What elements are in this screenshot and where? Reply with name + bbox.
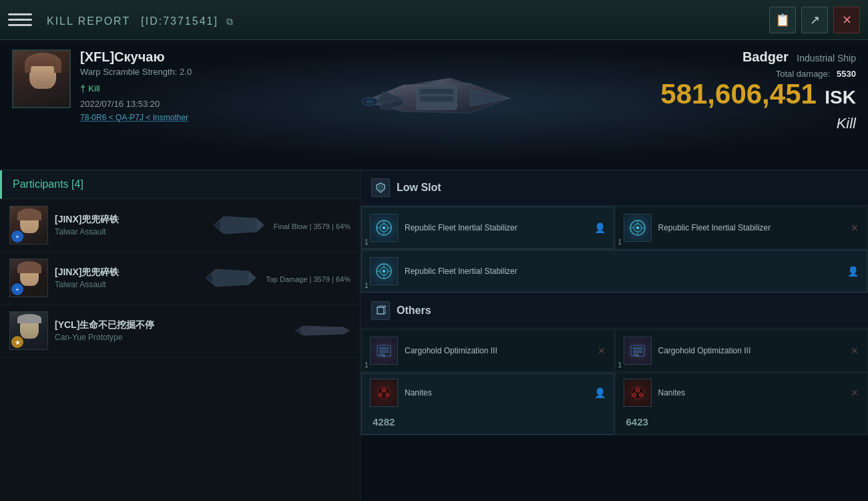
svg-rect-44: [377, 307, 384, 314]
low-slot-grid: 1 Republic Fleet Inertial Stabilizer: [361, 206, 868, 293]
svg-point-6: [366, 100, 374, 104]
fitting-item[interactable]: 1 Republic Fleet Inertial Stabilizer: [361, 206, 614, 249]
fitting-qty: 1: [365, 361, 369, 369]
participant-badge: ★: [11, 336, 23, 348]
participant-row[interactable]: + [JINX]兜兜碎铁 Talwar Assault Top Damage |: [0, 252, 360, 305]
svg-rect-4: [420, 96, 453, 102]
copy-icon[interactable]: ⧉: [226, 16, 234, 27]
others-icon: [371, 301, 390, 320]
participant-ship-svg: [294, 314, 351, 347]
participant-info: [JINX]兜兜碎铁 Talwar Assault: [55, 214, 204, 236]
nanite-qty-label: 4282: [370, 416, 395, 428]
stabilizer-icon: [624, 214, 652, 242]
svg-point-39: [383, 270, 385, 273]
fitting-item[interactable]: 1 III Cargohold Optimization III ✕: [361, 329, 614, 372]
low-slot-title: Low Slot: [397, 182, 441, 194]
fitting-item[interactable]: 1 III Cargohold Optimization III ✕: [615, 329, 868, 372]
stabilizer-icon: [370, 257, 398, 285]
nanite-svg: [628, 383, 647, 402]
stabilizer-svg: [375, 218, 393, 237]
svg-rect-51: [379, 347, 389, 349]
svg-point-63: [386, 393, 389, 397]
svg-text:III: III: [636, 354, 638, 358]
isk-row: 581,606,451 ISK: [660, 79, 856, 110]
fitting-item-nanites[interactable]: Nanites 👤 4282: [361, 373, 614, 435]
others-title: Others: [397, 305, 431, 317]
stabilizer-icon: [370, 214, 398, 242]
avatar-hair: [29, 53, 56, 66]
menu-line: [8, 19, 32, 21]
svg-point-61: [382, 388, 386, 392]
participant-ship-image: [210, 208, 267, 242]
participant-row[interactable]: + [JINX]兜兜碎铁 Talwar Assault Final Blow |: [0, 199, 360, 252]
report-button[interactable]: 📋: [769, 7, 796, 33]
ship-name-line: Badger Industrial Ship: [660, 49, 856, 65]
participant-ship: Talwar Assault: [55, 280, 196, 289]
total-damage-label: Total damage: 5530: [660, 69, 856, 79]
nanite-icon: [370, 379, 398, 407]
close-icon[interactable]: ✕: [851, 345, 859, 356]
fitting-item[interactable]: 1 Republic Fleet Inertial Stabilizer: [361, 250, 867, 293]
participant-avatar: ★: [9, 311, 48, 350]
others-grid: 1 III Cargohold Optimization III ✕: [361, 329, 868, 436]
participant-row[interactable]: ★ [YCL]生命不已挖掘不停 Can-Yue Prototype: [0, 305, 360, 357]
fitting-item-nanites[interactable]: Nanites ✕ 6423: [615, 373, 868, 435]
main-body: Participants [4] + [JINX]兜兜碎铁 Talwar Ass…: [0, 170, 868, 501]
participant-ship: Can-Yue Prototype: [55, 333, 287, 342]
menu-button[interactable]: [8, 8, 32, 32]
cargo-icon: III: [370, 337, 398, 365]
participant-name: [JINX]兜兜碎铁: [55, 214, 204, 226]
svg-marker-19: [295, 327, 300, 334]
participant-stats: Final Blow | 3579 | 64%: [274, 222, 351, 230]
isk-label: ISK: [825, 87, 856, 108]
nanite-qty-label: 6423: [624, 416, 648, 428]
victim-info: [XFL]Скучаю Warp Scramble Strength: 2.0 …: [12, 49, 212, 160]
avatar: [12, 49, 71, 108]
low-slot-header: Low Slot: [361, 170, 868, 206]
nanite-icon: [624, 379, 652, 407]
others-header: Others: [361, 293, 868, 329]
ship-area: [212, 49, 660, 160]
stabilizer-svg: [628, 218, 647, 237]
fitting-name: Republic Fleet Inertial Stabilizer: [405, 222, 517, 234]
svg-point-70: [632, 393, 636, 397]
close-icon[interactable]: ✕: [851, 222, 859, 233]
fitting-name: Nanites: [405, 387, 432, 399]
participant-ship-svg: [202, 261, 259, 295]
kill-time: 2022/07/16 13:53:20: [80, 99, 192, 109]
close-button[interactable]: ✕: [833, 7, 860, 33]
kill-location[interactable]: 78-0R6 < QA-P7J < Insmother: [80, 113, 192, 122]
svg-point-62: [379, 393, 383, 397]
close-icon[interactable]: ✕: [851, 387, 859, 398]
participant-info: [JINX]兜兜碎铁 Talwar Assault: [55, 267, 196, 289]
participant-avatar: +: [9, 206, 48, 244]
fitting-qty: 1: [618, 361, 622, 369]
kill-badge: Kill: [80, 83, 192, 94]
fittings-panel: Low Slot 1: [361, 170, 868, 501]
cargo-svg: III: [628, 341, 647, 360]
participants-header: Participants [4]: [0, 170, 360, 199]
ship-class: Badger: [742, 49, 789, 64]
svg-marker-16: [206, 273, 212, 283]
menu-line: [8, 13, 32, 15]
menu-line: [8, 24, 32, 26]
svg-marker-1: [410, 78, 470, 85]
fitting-qty: 1: [618, 238, 622, 246]
fitting-qty: 1: [365, 282, 369, 289]
participant-name: [YCL]生命不已挖掘不停: [55, 319, 287, 331]
fitting-item[interactable]: 1 Republic Fleet Inertial Stabilizer: [615, 206, 868, 249]
participant-hair: [17, 261, 41, 273]
svg-point-32: [636, 226, 639, 229]
person-icon: 👤: [594, 222, 606, 233]
fitting-name: Republic Fleet Inertial Stabilizer: [405, 266, 517, 277]
participants-panel: Participants [4] + [JINX]兜兜碎铁 Talwar Ass…: [0, 170, 361, 501]
total-damage-value: 5530: [837, 69, 856, 79]
kill-type-label: Kill: [660, 115, 856, 132]
share-button[interactable]: ↗: [801, 7, 828, 33]
content-area: [XFL]Скучаю Warp Scramble Strength: 2.0 …: [0, 40, 868, 501]
svg-marker-18: [295, 326, 349, 335]
ship-info-right: Badger Industrial Ship Total damage: 553…: [660, 49, 856, 160]
shield-icon: [375, 182, 386, 193]
participant-name: [JINX]兜兜碎铁: [55, 267, 196, 279]
close-icon[interactable]: ✕: [598, 345, 606, 356]
